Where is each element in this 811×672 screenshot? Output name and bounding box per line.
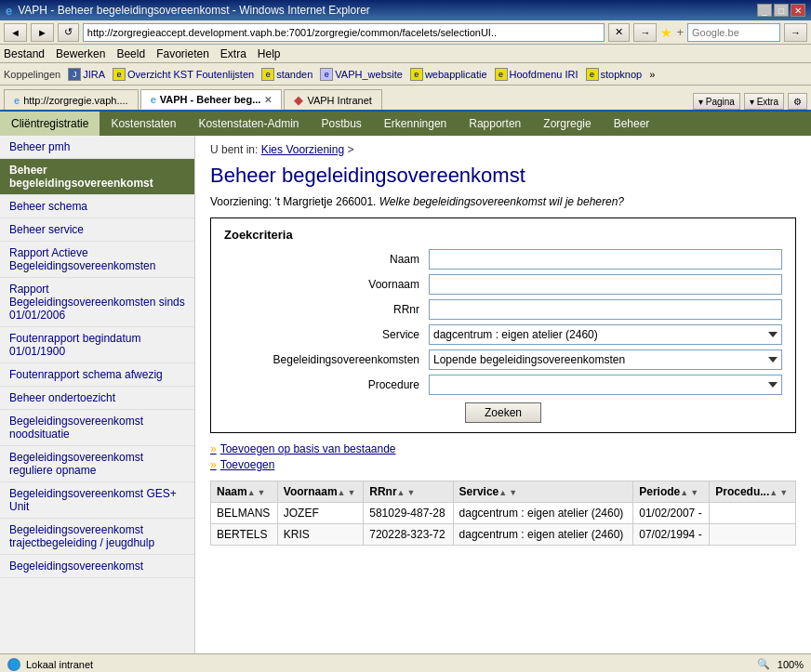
fav-stopknop[interactable]: e stopknop — [586, 68, 643, 81]
fav-standen[interactable]: e standen — [261, 68, 312, 81]
sidebar-item-foutenrapport-begindatum[interactable]: Foutenrapport begindatum 01/01/1900 — [0, 327, 194, 363]
fav-vaph-website[interactable]: e VAPH_website — [320, 68, 403, 81]
minimize-button[interactable]: _ — [757, 4, 772, 17]
sort-periode-up[interactable]: ▲ — [680, 488, 688, 497]
stop-button[interactable]: ✕ — [608, 23, 630, 42]
maximize-button[interactable]: □ — [774, 4, 789, 17]
sort-procedure-down[interactable]: ▼ — [779, 488, 788, 497]
main-content: U bent in: Kies Voorziening > Beheer beg… — [195, 136, 811, 653]
select-procedure[interactable] — [429, 375, 782, 395]
main-navigation: Cliëntregistratie Kostenstaten Kostensta… — [0, 112, 811, 136]
sidebar-item-beheer-schema[interactable]: Beheer schema — [0, 195, 194, 218]
cell-service-1: dagcentrum : eigen atelier (2460) — [453, 503, 633, 524]
add-tab-icon: + — [676, 25, 684, 39]
tab-extra-button[interactable]: ▾ Extra — [744, 93, 784, 110]
fav-kst[interactable]: e Overzicht KST Foutenlijsten — [113, 68, 254, 81]
sidebar-item-beheer-service[interactable]: Beheer service — [0, 218, 194, 242]
fav-more[interactable]: » — [649, 69, 655, 80]
tab-intranet[interactable]: ◆ VAPH Intranet — [284, 89, 382, 110]
sort-rrnr-up[interactable]: ▲ — [397, 488, 406, 497]
search-input[interactable] — [687, 23, 780, 42]
col-rrnr: RRnr ▲ ▼ — [364, 481, 453, 503]
tab-close-button[interactable]: ✕ — [264, 95, 272, 105]
menu-bestand[interactable]: Bestand — [4, 47, 45, 60]
zoeken-button[interactable]: Zoeken — [465, 402, 541, 423]
fav-webapplicatie[interactable]: e webapplicatie — [410, 68, 487, 81]
sidebar: Beheer pmh Beheer begeleidingsovereenkom… — [0, 136, 195, 653]
menu-bewerken[interactable]: Bewerken — [56, 47, 105, 60]
sidebar-item-foutenrapport-schema[interactable]: Foutenrapport schema afwezig — [0, 363, 194, 387]
fav-jira[interactable]: J JIRA — [68, 68, 105, 81]
address-input[interactable] — [83, 23, 605, 42]
tab-zorgregie[interactable]: e http://zorgregie.vaph.... — [4, 89, 139, 110]
add-basis-link[interactable]: » Toevoegen op basis van bestaande — [210, 442, 796, 455]
nav-erkenningen[interactable]: Erkenningen — [373, 112, 458, 136]
sidebar-item-begeleidingsovereenkomst-last[interactable]: Begeleidingsovereenkomst — [0, 555, 194, 578]
tab-icon-1: e — [14, 95, 20, 106]
sidebar-item-reguliere-opname[interactable]: Begeleidingsovereenkomst reguliere opnam… — [0, 446, 194, 482]
select-service[interactable]: dagcentrum : eigen atelier (2460) — [429, 324, 782, 345]
links-label: Koppelingen — [4, 69, 60, 80]
nav-clientregistratie[interactable]: Cliëntregistratie — [0, 112, 100, 136]
nav-rapporten[interactable]: Rapporten — [458, 112, 532, 136]
sidebar-item-rapport-begeleidingsovereenkomsten[interactable]: Rapport Begeleidingsovereenkomsten sinds… — [0, 278, 194, 327]
table-row: BERTELS KRIS 720228-323-72 dagcentrum : … — [211, 524, 796, 546]
sidebar-item-rapport-actieve[interactable]: Rapport Actieve Begeleidingsovereenkomst… — [0, 242, 194, 278]
menu-extra[interactable]: Extra — [220, 47, 246, 60]
nav-kostenstaten[interactable]: Kostenstaten — [100, 112, 187, 136]
cell-rrnr-1: 581029-487-28 — [364, 503, 453, 524]
tab-tools-button[interactable]: ⚙ — [788, 93, 807, 110]
menu-favorieten[interactable]: Favorieten — [156, 47, 209, 60]
refresh-button[interactable]: ↺ — [58, 23, 79, 42]
nav-beheer[interactable]: Beheer — [603, 112, 661, 136]
input-voornaam[interactable] — [429, 274, 782, 295]
results-table-container: Naam ▲ ▼ Voornaam ▲ — [210, 481, 796, 546]
input-naam[interactable] — [429, 249, 782, 270]
fav-hoofdmenu[interactable]: e Hoofdmenu IRI — [495, 68, 578, 81]
sidebar-item-noodsituatie[interactable]: Begeleidingsovereenkomst noodsituatie — [0, 410, 194, 446]
menu-bar: Bestand Bewerken Beeld Favorieten Extra … — [0, 45, 811, 63]
nav-zorgregie[interactable]: Zorgregie — [532, 112, 602, 136]
sort-voornaam-up[interactable]: ▲ — [338, 488, 346, 497]
close-button[interactable]: ✕ — [791, 4, 805, 17]
breadcrumb-link[interactable]: Kies Voorziening — [261, 143, 344, 156]
back-button[interactable]: ◄ — [4, 23, 27, 42]
sort-service-down[interactable]: ▼ — [509, 488, 517, 497]
sort-naam-up[interactable]: ▲ — [247, 488, 256, 497]
arrow-icon-1: » — [210, 442, 217, 455]
sort-rrnr-down[interactable]: ▼ — [407, 488, 416, 497]
sort-procedure-up[interactable]: ▲ — [769, 488, 778, 497]
tab-pagina-button[interactable]: ▾ Pagina — [693, 93, 740, 110]
add-link[interactable]: » Toevoegen — [210, 458, 796, 471]
nav-kostenstaten-admin[interactable]: Kostenstaten-Admin — [187, 112, 310, 136]
form-row-procedure: Procedure — [224, 375, 782, 395]
sort-naam-down[interactable]: ▼ — [258, 488, 266, 497]
search-go-button[interactable]: → — [784, 23, 807, 42]
sidebar-item-trajectbegeleiding[interactable]: Begeleidingsovereenkomst trajectbegeleid… — [0, 519, 194, 555]
form-row-begeleidingsovereenkomsten: Begeleidingsovereenkomsten Lopende begel… — [224, 349, 782, 370]
go-button[interactable]: → — [633, 23, 657, 42]
tab-beheer[interactable]: e VAPH - Beheer beg... ✕ — [140, 89, 283, 110]
sidebar-item-ges-unit[interactable]: Begeleidingsovereenkomst GES+ Unit — [0, 482, 194, 519]
nav-postbus[interactable]: Postbus — [311, 112, 373, 136]
menu-beeld[interactable]: Beeld — [116, 47, 145, 60]
forward-button[interactable]: ► — [31, 23, 54, 42]
menu-help[interactable]: Help — [258, 47, 281, 60]
fav-star-icon: ★ — [660, 25, 672, 40]
cell-naam-2: BERTELS — [211, 524, 278, 546]
status-left: 🌐 Lokaal intranet — [7, 658, 93, 671]
label-naam: Naam — [224, 253, 429, 266]
standen-icon: e — [261, 68, 274, 81]
search-btn-row: Zoeken — [224, 402, 782, 423]
label-rrnr: RRnr — [224, 303, 429, 316]
input-rrnr[interactable] — [429, 299, 782, 320]
sidebar-item-beheer-ondertoezicht[interactable]: Beheer ondertoezicht — [0, 387, 194, 410]
sort-voornaam-down[interactable]: ▼ — [348, 488, 356, 497]
sort-periode-down[interactable]: ▼ — [690, 488, 698, 497]
cell-periode-2: 07/02/1994 - — [633, 524, 710, 546]
sidebar-item-beheer-pmh[interactable]: Beheer pmh — [0, 136, 194, 159]
sidebar-item-beheer-begeleidingsovereenkomst[interactable]: Beheer begeleidingsovereenkomst — [0, 159, 194, 195]
sort-service-up[interactable]: ▲ — [499, 488, 507, 497]
label-voornaam: Voornaam — [224, 278, 429, 291]
select-begeleidingsovereenkomsten[interactable]: Lopende begeleidingsovereenkomsten — [429, 349, 782, 370]
